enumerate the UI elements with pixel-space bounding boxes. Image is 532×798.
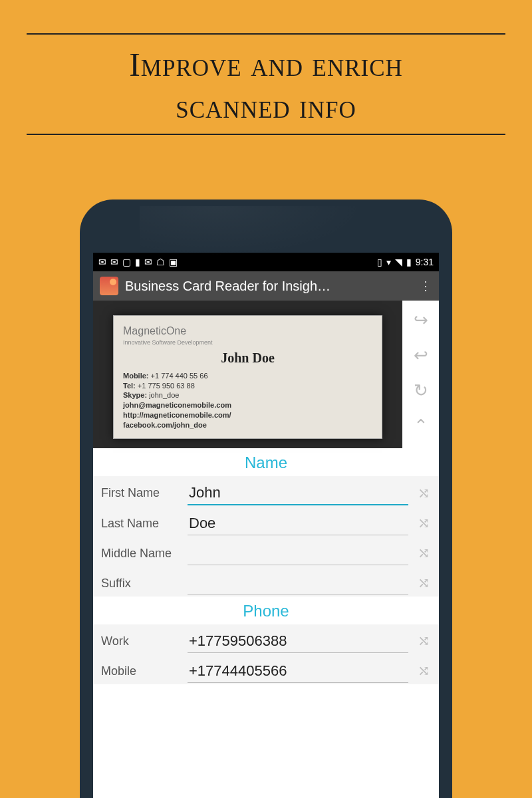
last-name-label: Last Name [101,517,181,531]
collapse-up-icon[interactable]: ⌃ [414,416,428,436]
wifi-icon: ▾ [386,257,391,267]
suffix-label: Suffix [101,577,181,591]
card-mobile: +1 774 440 55 66 [151,372,208,380]
card-tel-label: Tel: [123,382,136,390]
redo-icon[interactable]: ↪ [414,310,428,331]
first-name-label: First Name [101,486,181,500]
card-url: http://magneticonemobile.com/ [123,411,231,419]
row-middle-name: Middle Name ⤭ [93,537,439,567]
status-right: ▯ ▾ ◥ ▮ 9:31 [377,257,434,267]
phone-form: Work ⤭ Mobile ⤭ [93,624,439,684]
overflow-menu-icon[interactable]: ⋮ [419,279,432,293]
card-tel: +1 775 950 63 88 [138,382,195,390]
mobile-phone-input[interactable] [188,660,408,683]
row-mobile-phone: Mobile ⤭ [93,654,439,684]
section-header-phone: Phone [93,597,439,624]
folder-icon: ▮ [135,257,140,267]
middle-name-input[interactable] [188,542,408,565]
card-skype-label: Skype: [123,391,147,399]
name-form: First Name ⤭ Last Name ⤭ Middle Name ⤭ S… [93,476,439,597]
app-icon[interactable] [100,277,118,295]
work-phone-label: Work [101,634,181,648]
divider [27,134,505,135]
image-icon: ▢ [122,257,131,267]
scanned-card-photo[interactable]: MagneticOne Innovative Software Developm… [93,301,402,448]
app-bar: Business Card Reader for Insigh… ⋮ [93,271,439,301]
 work-phone-input[interactable] [188,630,408,653]
shuffle-icon[interactable]: ⤭ [415,515,432,532]
mail-icon: ✉ [98,257,106,267]
suffix-input[interactable] [188,572,408,595]
mail-icon: ✉ [110,257,118,267]
card-preview-area: MagneticOne Innovative Software Developm… [93,301,439,448]
row-work-phone: Work ⤭ [93,624,439,654]
refresh-icon[interactable]: ↻ [414,380,428,401]
shuffle-icon[interactable]: ⤭ [415,545,432,562]
card-facebook: facebook.com/john_doe [123,421,207,429]
first-name-input[interactable] [188,481,408,505]
row-suffix: Suffix ⤭ [93,567,439,597]
card-tagline: Innovative Software Development [123,338,372,346]
card-contact-name: John Doe [123,349,372,367]
inbox-icon: ☖ [156,257,165,267]
section-header-name: Name [93,448,439,476]
signal-icon: ◥ [395,257,402,267]
vibrate-icon: ▯ [377,257,382,267]
card-skype: john_doe [149,391,179,399]
card-mobile-label: Mobile: [123,372,149,380]
play-store-icon: ▣ [169,257,178,267]
shuffle-icon[interactable]: ⤭ [415,662,432,680]
phone-screen: ✉ ✉ ▢ ▮ ✉ ☖ ▣ ▯ ▾ ◥ ▮ 9:31 Business Card… [93,253,439,798]
mobile-phone-label: Mobile [101,664,181,678]
app-title: Business Card Reader for Insigh… [125,279,419,294]
status-bar: ✉ ✉ ▢ ▮ ✉ ☖ ▣ ▯ ▾ ◥ ▮ 9:31 [93,253,439,271]
shuffle-icon[interactable]: ⤭ [415,632,432,650]
shuffle-icon[interactable]: ⤭ [415,575,432,592]
shuffle-icon[interactable]: ⤭ [415,485,432,502]
card-brand: MagneticOne [123,325,186,336]
card-actions-column: ↪ ↩ ↻ ⌃ [402,301,439,448]
content-area: MagneticOne Innovative Software Developm… [93,301,439,798]
promo-headline: Improve and enrich scanned info [27,35,505,134]
status-left: ✉ ✉ ▢ ▮ ✉ ☖ ▣ [98,257,178,267]
promo-headline-block: Improve and enrich scanned info [0,0,532,155]
card-email: john@magneticonemobile.com [123,401,231,409]
business-card: MagneticOne Innovative Software Developm… [113,315,382,439]
phone-frame: ✉ ✉ ▢ ▮ ✉ ☖ ▣ ▯ ▾ ◥ ▮ 9:31 Business Card… [80,200,452,798]
battery-icon: ▮ [406,257,412,267]
last-name-input[interactable] [188,512,408,535]
row-first-name: First Name ⤭ [93,476,439,507]
undo-icon[interactable]: ↩ [414,345,428,366]
headline-line1: Improve and enrich [129,46,403,83]
mail-icon: ✉ [144,257,152,267]
status-time: 9:31 [416,257,434,267]
middle-name-label: Middle Name [101,547,181,561]
row-last-name: Last Name ⤭ [93,507,439,537]
headline-line2: scanned info [176,88,356,125]
